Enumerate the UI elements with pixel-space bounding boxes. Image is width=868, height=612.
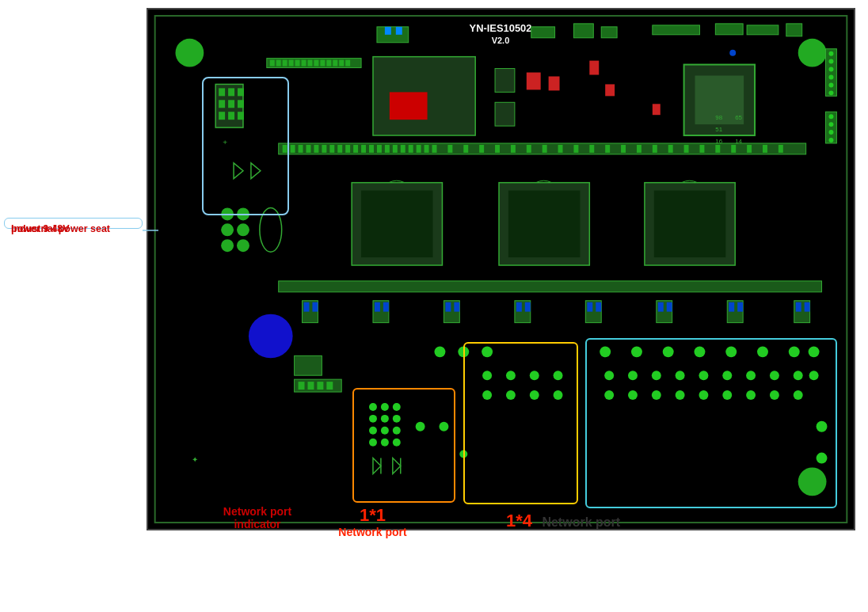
svg-rect-71 xyxy=(291,145,295,153)
svg-rect-95 xyxy=(527,145,531,153)
svg-rect-109 xyxy=(747,145,752,153)
svg-rect-72 xyxy=(299,145,303,153)
svg-point-24 xyxy=(828,130,833,135)
svg-rect-133 xyxy=(596,302,601,312)
svg-rect-126 xyxy=(445,302,451,312)
svg-rect-9 xyxy=(396,27,402,35)
svg-rect-121 xyxy=(312,302,318,312)
svg-rect-104 xyxy=(668,145,673,153)
svg-rect-45 xyxy=(390,92,428,120)
svg-rect-129 xyxy=(516,302,522,312)
svg-rect-58 xyxy=(283,60,287,67)
svg-rect-94 xyxy=(511,145,516,153)
svg-rect-100 xyxy=(605,145,610,153)
svg-point-194 xyxy=(746,390,756,400)
svg-point-23 xyxy=(828,122,833,127)
svg-rect-7 xyxy=(377,27,409,43)
svg-rect-10 xyxy=(653,25,700,35)
svg-text:14: 14 xyxy=(735,138,742,145)
svg-point-178 xyxy=(604,371,614,380)
svg-text:✦: ✦ xyxy=(192,455,198,464)
svg-rect-77 xyxy=(337,145,342,153)
svg-rect-101 xyxy=(621,145,626,153)
svg-point-172 xyxy=(530,371,539,380)
svg-point-164 xyxy=(393,427,401,435)
svg-rect-103 xyxy=(653,145,657,153)
svg-rect-200 xyxy=(317,382,323,390)
svg-rect-49 xyxy=(549,76,560,90)
svg-point-207 xyxy=(459,450,467,458)
svg-rect-138 xyxy=(729,302,734,312)
svg-rect-64 xyxy=(320,60,325,67)
svg-point-143 xyxy=(249,314,293,359)
svg-rect-208 xyxy=(531,27,555,38)
svg-point-37 xyxy=(221,207,234,220)
svg-rect-61 xyxy=(302,60,306,67)
svg-point-160 xyxy=(381,415,389,423)
svg-point-188 xyxy=(604,390,614,400)
svg-point-192 xyxy=(699,390,708,400)
svg-point-3 xyxy=(798,39,827,67)
svg-point-182 xyxy=(699,371,708,380)
svg-rect-34 xyxy=(228,112,234,120)
svg-point-183 xyxy=(722,371,732,380)
svg-rect-117 xyxy=(654,191,725,257)
svg-point-2 xyxy=(176,39,204,67)
svg-rect-130 xyxy=(525,302,531,312)
svg-rect-210 xyxy=(601,27,617,38)
svg-point-167 xyxy=(393,439,401,447)
svg-point-195 xyxy=(770,390,779,400)
svg-rect-144 xyxy=(295,355,322,375)
svg-point-145 xyxy=(435,346,446,357)
svg-point-155 xyxy=(809,346,820,357)
svg-rect-87 xyxy=(417,145,421,153)
svg-text:98: 98 xyxy=(715,114,722,121)
svg-point-174 xyxy=(482,390,492,400)
svg-rect-74 xyxy=(314,145,318,153)
svg-rect-93 xyxy=(495,145,500,153)
network-port-indicator-label: Network port indicator xyxy=(206,505,309,530)
svg-rect-75 xyxy=(322,145,326,153)
svg-rect-73 xyxy=(306,145,311,153)
svg-rect-76 xyxy=(329,145,334,153)
svg-rect-52 xyxy=(653,104,661,115)
svg-point-161 xyxy=(393,415,401,423)
svg-text:16: 16 xyxy=(715,138,722,145)
svg-text:YN-IES10502: YN-IES10502 xyxy=(470,22,532,34)
svg-rect-136 xyxy=(667,302,672,312)
svg-point-20 xyxy=(828,90,833,95)
svg-text:+: + xyxy=(223,138,227,146)
svg-rect-31 xyxy=(228,100,234,108)
svg-text:51: 51 xyxy=(715,126,722,133)
svg-point-25 xyxy=(828,138,833,143)
svg-rect-123 xyxy=(375,302,380,312)
svg-point-171 xyxy=(506,371,516,380)
svg-rect-108 xyxy=(731,145,736,153)
svg-rect-91 xyxy=(463,145,468,153)
svg-rect-29 xyxy=(238,88,244,96)
svg-text:65: 65 xyxy=(735,114,742,121)
svg-rect-70 xyxy=(283,145,287,153)
svg-point-19 xyxy=(828,82,833,87)
svg-point-173 xyxy=(554,371,563,380)
svg-rect-59 xyxy=(289,60,294,67)
svg-rect-141 xyxy=(796,302,801,312)
svg-rect-120 xyxy=(304,302,310,312)
svg-rect-35 xyxy=(238,112,244,120)
svg-rect-88 xyxy=(424,145,429,153)
svg-rect-46 xyxy=(495,69,515,93)
svg-point-193 xyxy=(722,390,732,400)
svg-rect-47 xyxy=(495,102,515,126)
svg-rect-89 xyxy=(432,145,437,153)
svg-rect-124 xyxy=(383,302,389,312)
svg-rect-60 xyxy=(295,60,300,67)
svg-rect-30 xyxy=(219,100,225,108)
svg-point-40 xyxy=(237,223,249,236)
svg-rect-85 xyxy=(401,145,405,153)
svg-point-190 xyxy=(652,390,661,400)
svg-rect-51 xyxy=(605,84,615,96)
network-1x4-label: 1*4 Network port xyxy=(437,511,689,531)
svg-rect-56 xyxy=(270,60,275,67)
svg-point-163 xyxy=(381,427,389,435)
svg-point-149 xyxy=(631,346,642,357)
